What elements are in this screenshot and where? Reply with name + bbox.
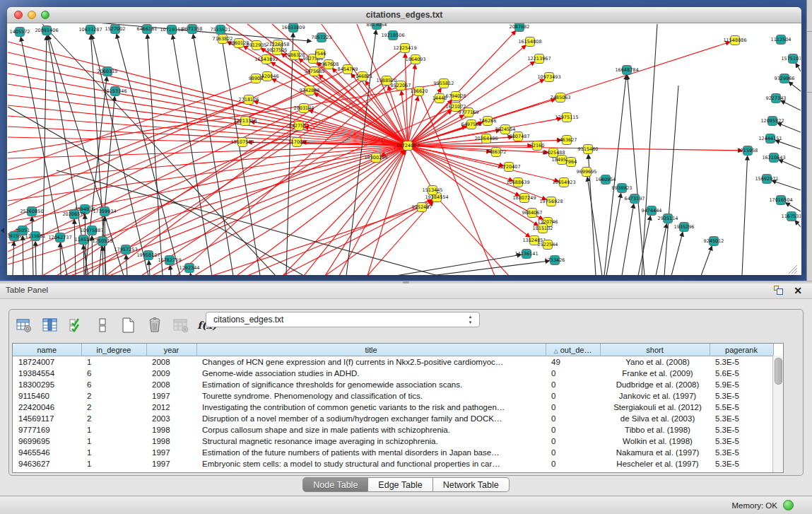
graph-node[interactable]: 14448 xyxy=(433,94,447,103)
column-header-year[interactable]: year xyxy=(146,344,196,356)
table-cell[interactable]: 5.3E-5 xyxy=(710,424,773,436)
graph-node[interactable]: 25260850 xyxy=(20,207,43,216)
table-cell[interactable]: Dudbridge et al. (2008) xyxy=(600,379,710,390)
graph-node[interactable]: 1167531 xyxy=(782,212,801,221)
graph-node[interactable]: 114519 xyxy=(75,235,93,245)
column-header-in-degree[interactable]: in_degree xyxy=(81,344,146,356)
graph-node[interactable]: 9699695 xyxy=(577,168,597,177)
graph-node[interactable]: 9463627 xyxy=(557,136,577,145)
graph-node[interactable]: 62160 xyxy=(530,141,545,151)
graph-node[interactable]: 1733426 xyxy=(545,256,565,265)
graph-node[interactable]: 19958107 xyxy=(136,251,160,260)
graph-node[interactable]: 2522544 xyxy=(538,240,558,250)
table-cell[interactable]: 14569117 xyxy=(13,413,81,424)
table-scrollbar[interactable] xyxy=(772,356,783,472)
graph-node[interactable]: 117006 xyxy=(288,138,306,147)
table-cell[interactable]: Tibbo et al. (1998) xyxy=(600,424,710,436)
table-cell[interactable]: 1998 xyxy=(146,436,196,447)
graph-node[interactable]: 19218506 xyxy=(381,31,404,40)
graph-node[interactable]: 2935114 xyxy=(658,214,678,223)
graph-node[interactable]: 15720407 xyxy=(497,163,520,172)
network-canvas[interactable]: 1405572208914061063328715270026466161107… xyxy=(8,23,801,275)
table-cell[interactable]: Tourette syndrome. Phenomenology and cla… xyxy=(196,390,546,402)
table-cell[interactable]: 0 xyxy=(546,379,600,390)
table-row[interactable]: 977716911998Corpus callosum shape and si… xyxy=(13,424,773,436)
table-cell[interactable]: 2 xyxy=(81,413,146,424)
tab-network-table[interactable]: Network Table xyxy=(433,477,510,492)
table-cell[interactable]: 5.5E-5 xyxy=(710,402,773,413)
column-header-out-degree[interactable]: △out_de… xyxy=(546,344,600,356)
graph-node[interactable]: 18107554 xyxy=(230,138,254,147)
table-cell[interactable]: 1997 xyxy=(146,458,196,469)
graph-node[interactable]: 8186328 xyxy=(285,51,305,60)
graph-node[interactable]: 98901 xyxy=(249,74,264,83)
graph-node[interactable]: 17359934 xyxy=(93,207,116,216)
graph-node[interactable]: 9152487 xyxy=(412,203,433,212)
table-cell[interactable]: 9463627 xyxy=(13,458,81,469)
table-row[interactable]: 946362711997Embryonic stem cells: a mode… xyxy=(13,458,773,469)
table-cell[interactable]: Corpus callosum shape and size in male p… xyxy=(196,424,546,436)
graph-node[interactable]: 9245012 xyxy=(704,237,724,246)
table-cell[interactable]: 5.9E-5 xyxy=(710,379,773,390)
network-window-titlebar[interactable]: citations_edges.txt xyxy=(7,7,801,23)
table-cell[interactable]: 5.3E-5 xyxy=(710,390,773,402)
graph-node[interactable]: 15692971 xyxy=(755,175,778,184)
graph-node[interactable]: 7964 xyxy=(565,158,577,167)
table-cell[interactable]: 0 xyxy=(546,458,600,469)
table-cell[interactable]: 2009 xyxy=(146,368,196,379)
table-cell[interactable]: 5.3E-5 xyxy=(710,436,773,447)
graph-node[interactable]: 20206576 xyxy=(62,210,86,219)
column-header-pagerank[interactable]: pagerank xyxy=(710,344,773,356)
show-columns-icon[interactable] xyxy=(41,316,59,334)
graph-node[interactable]: 8912935 xyxy=(247,41,267,50)
graph-node[interactable]: 6473197 xyxy=(625,194,645,204)
table-cell[interactable]: 49 xyxy=(546,356,600,368)
tab-node-table[interactable]: Node Table xyxy=(302,477,368,492)
table-cell[interactable]: Nakamura et al. (1997) xyxy=(600,447,710,458)
graph-node[interactable]: 9115460 xyxy=(578,145,599,154)
graph-node[interactable]: 7485063 xyxy=(551,93,571,103)
float-panel-icon[interactable] xyxy=(774,286,784,296)
graph-node[interactable]: 16543892 xyxy=(254,55,278,64)
panel-collapse-arrow-icon[interactable] xyxy=(1,228,4,233)
table-cell[interactable]: Embryonic stem cells: a model to study s… xyxy=(196,458,546,469)
column-header-name[interactable]: name xyxy=(13,344,81,356)
table-cell[interactable]: 2008 xyxy=(146,356,196,368)
table-cell[interactable]: 2008 xyxy=(146,379,196,390)
graph-node[interactable]: 9777169 xyxy=(459,108,479,117)
graph-node[interactable]: 20891406 xyxy=(35,26,58,35)
table-cell[interactable]: 2 xyxy=(81,390,146,402)
delete-table-icon[interactable] xyxy=(172,316,190,334)
graph-node[interactable]: 1115681 xyxy=(25,232,46,241)
graph-node[interactable]: 12213967 xyxy=(527,54,551,64)
table-cell[interactable]: 1 xyxy=(81,424,146,436)
graph-node[interactable]: 3624554 xyxy=(495,125,516,134)
table-cell[interactable]: 9777169 xyxy=(13,424,81,436)
graph-node[interactable]: 1935296 xyxy=(674,223,695,232)
graph-node[interactable]: 1640954 xyxy=(596,175,616,185)
table-cell[interactable]: 0 xyxy=(546,436,600,447)
table-cell[interactable]: 5.3E-5 xyxy=(710,447,773,458)
table-options-icon[interactable] xyxy=(15,316,33,334)
graph-node[interactable]: 10807487 xyxy=(506,132,529,141)
graph-node[interactable]: 6794028 xyxy=(446,92,466,101)
table-cell[interactable]: Investigating the contribution of common… xyxy=(196,402,546,413)
graph-node[interactable]: 10975887 xyxy=(80,226,103,235)
table-row[interactable]: 1938455462009Genome-wide association stu… xyxy=(13,368,773,379)
graph-node[interactable]: 16154808 xyxy=(518,37,541,47)
table-row[interactable]: 1830029562008Estimation of significance … xyxy=(13,379,773,390)
graph-node[interactable]: 16033809 xyxy=(281,23,305,33)
table-row[interactable]: 1456911722003Disruption of a novel membe… xyxy=(13,413,773,424)
graph-node[interactable]: 19654923 xyxy=(552,178,575,187)
graph-node[interactable]: 9684067 xyxy=(522,209,543,218)
table-cell[interactable]: 5.6E-5 xyxy=(710,368,773,379)
graph-node[interactable]: 16648784 xyxy=(615,66,638,75)
table-cell[interactable]: 0 xyxy=(546,413,600,424)
graph-node[interactable]: 2060315 xyxy=(98,67,118,76)
minimize-window-button[interactable] xyxy=(28,11,36,19)
graph-node[interactable]: 12325419 xyxy=(393,44,416,53)
graph-node[interactable]: 1864093 xyxy=(406,55,426,64)
combo-stepper-icon[interactable]: ▲▼ xyxy=(467,314,473,325)
table-cell[interactable]: 1 xyxy=(81,447,146,458)
table-cell[interactable]: de Silva et al. (2003) xyxy=(600,413,710,424)
